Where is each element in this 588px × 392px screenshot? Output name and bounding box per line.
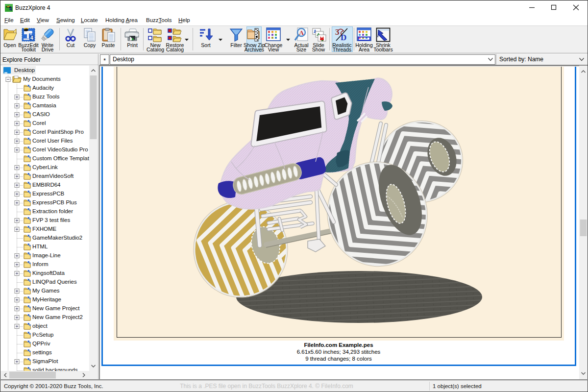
svg-text:A: A <box>299 29 304 36</box>
svg-text:4: 4 <box>9 6 12 12</box>
svg-text:3: 3 <box>335 27 340 37</box>
svg-text:4: 4 <box>30 35 33 41</box>
